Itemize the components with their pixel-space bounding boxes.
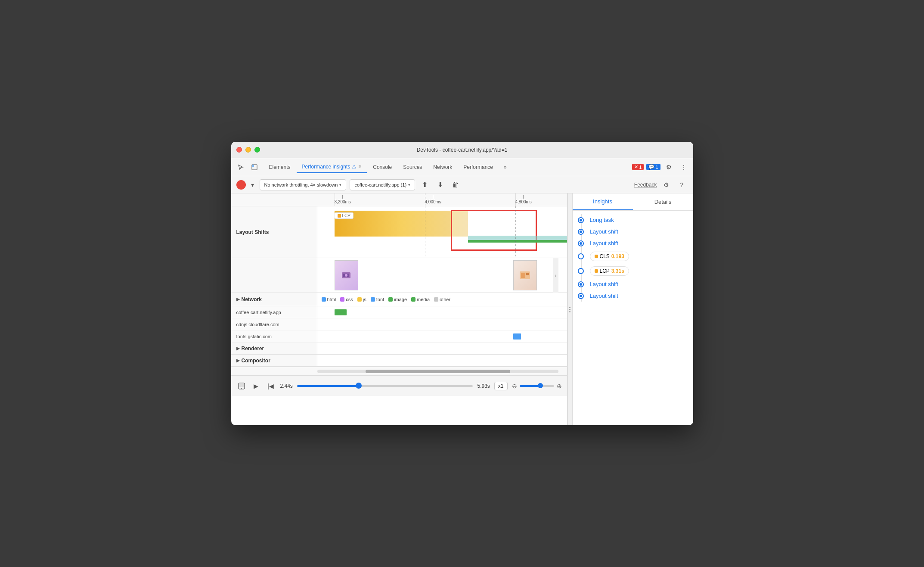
scroll-track[interactable]: [317, 370, 558, 373]
record-button[interactable]: [236, 180, 246, 190]
tab-insights[interactable]: Insights: [573, 193, 633, 210]
cls-value: 0.193: [611, 253, 624, 259]
action-toolbar: ▾ No network throttling, 4× slowdown ▾ c…: [231, 176, 693, 193]
time-marker-4800: 4,800ms: [515, 195, 532, 204]
play-button[interactable]: ▶: [251, 381, 261, 391]
feedback-link[interactable]: Feedback: [634, 182, 657, 188]
resize-dots: [569, 307, 571, 312]
network-row-1: coffee-cart.netlify.app: [231, 306, 567, 318]
selection-box[interactable]: [451, 210, 537, 251]
download-icon[interactable]: ⬇: [434, 179, 446, 191]
settings-icon[interactable]: ⚙: [663, 161, 675, 173]
svg-rect-6: [521, 273, 525, 278]
timeline-gridline: [335, 193, 335, 206]
thumbnail-1: [335, 260, 358, 290]
lcp-value: 3.31s: [611, 268, 624, 274]
insights-list: Long task Layout shift Layout shift: [573, 214, 693, 302]
compositor-row: ▶ Compositor: [231, 355, 567, 367]
resize-handle[interactable]: [567, 193, 573, 425]
tab-elements[interactable]: Elements: [264, 161, 296, 173]
target-dropdown[interactable]: coffee-cart.netlify.app (1) ▾: [350, 179, 415, 190]
minimize-button[interactable]: [245, 147, 251, 153]
other-color-dot: [434, 297, 438, 302]
settings2-icon[interactable]: ⚙: [660, 179, 673, 191]
insight-layout-shift-4: Layout shift: [590, 290, 693, 302]
insight-layout-shift-2: Layout shift: [590, 237, 693, 249]
horizontal-scrollbar: [231, 367, 567, 375]
screenshot-view-button[interactable]: [236, 381, 247, 391]
lcp-dot: [338, 214, 341, 218]
insight-cls: CLS 0.193: [590, 249, 693, 264]
traffic-lights: [236, 147, 260, 153]
renderer-label[interactable]: ▶ Renderer: [231, 343, 317, 354]
html-color-dot: [322, 297, 326, 302]
upload-icon[interactable]: ⬆: [419, 179, 431, 191]
tab-performance-insights[interactable]: Performance insights ⚠ ✕: [297, 161, 367, 173]
long-task-link[interactable]: Long task: [590, 217, 614, 223]
playback-bar: ▶ |◀ 2.44s 5.93s x1 ⊖ ⊕: [231, 375, 567, 396]
layout-shift-link-1[interactable]: Layout shift: [590, 228, 619, 235]
speed-selector[interactable]: x1: [494, 382, 508, 390]
panel-content: Long task Layout shift Layout shift: [573, 211, 693, 425]
tab-close-icon[interactable]: ✕: [358, 164, 362, 169]
gridline: [425, 206, 425, 258]
toolbar-right: ✕ 1 💬 1 ⚙ ⋮: [632, 161, 689, 173]
chevron-down-icon: ▾: [408, 183, 410, 187]
scroll-thumb[interactable]: [366, 370, 510, 373]
css-color-dot: [340, 297, 344, 302]
tab-performance[interactable]: Performance: [458, 161, 498, 173]
help-icon[interactable]: ?: [676, 179, 688, 191]
font-color-dot: [371, 297, 375, 302]
playback-thumb[interactable]: [356, 383, 362, 389]
layout-shifts-content[interactable]: LCP: [317, 206, 567, 258]
chevron-down-icon: ▾: [339, 183, 341, 187]
zoom-slider[interactable]: [520, 385, 554, 387]
cls-dot: [579, 254, 583, 259]
tab-sources[interactable]: Sources: [398, 161, 427, 173]
dropdown-arrow-icon[interactable]: ▾: [249, 179, 256, 191]
more-options-icon[interactable]: ⋮: [678, 161, 690, 173]
throttle-dropdown[interactable]: No network throttling, 4× slowdown ▾: [260, 179, 347, 190]
legend-html: html: [322, 297, 336, 302]
maximize-button[interactable]: [254, 147, 260, 153]
playback-slider[interactable]: [297, 385, 473, 387]
insight-dot: [579, 241, 583, 246]
network-bar-font: [513, 333, 521, 340]
image-color-dot: [388, 297, 393, 302]
thumbnails-label: [231, 258, 317, 292]
expand-handle[interactable]: ›: [553, 258, 558, 293]
insight-layout-shift-3: Layout shift: [590, 278, 693, 290]
tab-details[interactable]: Details: [633, 193, 693, 210]
legend-js: js: [357, 297, 366, 302]
insight-dot: [579, 230, 583, 234]
zoom-in-icon[interactable]: ⊕: [557, 383, 562, 389]
skip-to-start-button[interactable]: |◀: [266, 381, 276, 391]
tab-network[interactable]: Network: [428, 161, 457, 173]
network-section-label[interactable]: ▶ Network: [231, 293, 317, 306]
js-color-dot: [357, 297, 362, 302]
compositor-label[interactable]: ▶ Compositor: [231, 355, 317, 366]
network-row-2: cdnjs.cloudflare.com: [231, 318, 567, 330]
close-button[interactable]: [236, 147, 242, 153]
tab-console[interactable]: Console: [368, 161, 397, 173]
more-tabs-icon[interactable]: »: [499, 161, 511, 173]
compositor-content: [317, 355, 567, 366]
delete-icon[interactable]: 🗑: [450, 179, 462, 191]
zoom-out-icon[interactable]: ⊖: [512, 383, 517, 389]
legend-media: media: [411, 297, 430, 302]
tab-list: Elements Performance insights ⚠ ✕ Consol…: [264, 161, 512, 173]
lcp-badge: LCP: [335, 212, 353, 219]
panel-tabs: Insights Details: [573, 193, 693, 211]
svg-rect-9: [239, 384, 244, 387]
cursor-icon[interactable]: [235, 161, 247, 173]
layout-shift-link-2[interactable]: Layout shift: [590, 240, 619, 246]
zoom-thumb[interactable]: [538, 383, 543, 388]
layout-shift-link-3[interactable]: Layout shift: [590, 281, 619, 287]
layout-shift-link-4[interactable]: Layout shift: [590, 293, 619, 299]
cls-badge[interactable]: CLS 0.193: [590, 252, 629, 261]
svg-rect-1: [252, 165, 254, 167]
right-panel: Insights Details Long task: [573, 193, 693, 425]
inspect-icon[interactable]: [248, 161, 260, 173]
main-content: 3,200ms 4,000ms 4,800ms Layout Shift: [231, 193, 693, 425]
lcp-badge[interactable]: LCP 3.31s: [590, 266, 629, 276]
